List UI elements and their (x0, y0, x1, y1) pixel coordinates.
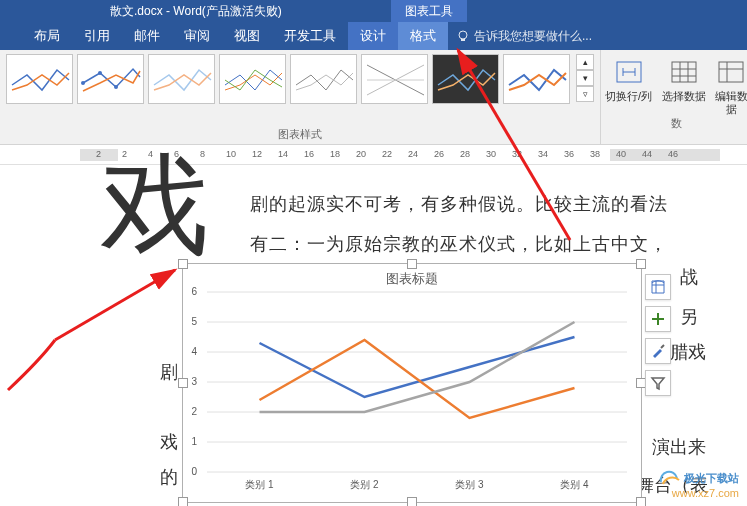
tab-view[interactable]: 视图 (222, 22, 272, 50)
chart-elements-button[interactable] (645, 306, 671, 332)
chart-style-thumb-7[interactable] (432, 54, 499, 104)
chart-tools-context-tab: 图表工具 (391, 0, 467, 22)
table-icon (668, 56, 700, 88)
svg-point-3 (98, 71, 102, 75)
svg-point-0 (459, 31, 467, 39)
title-bar: 散文.docx - Word(产品激活失败) 图表工具 (0, 0, 747, 22)
funnel-icon (650, 375, 666, 391)
chart-style-thumb-8[interactable] (503, 54, 570, 104)
svg-rect-9 (672, 62, 696, 82)
svg-point-4 (114, 85, 118, 89)
svg-rect-14 (719, 62, 743, 82)
brush-icon (650, 343, 666, 359)
chart-style-thumb-2[interactable] (77, 54, 144, 104)
svg-text:类别 2: 类别 2 (350, 479, 379, 490)
svg-rect-1 (461, 39, 465, 41)
chevron-up-icon: ▴ (583, 57, 588, 67)
svg-text:4: 4 (191, 346, 197, 357)
svg-text:3: 3 (191, 376, 197, 387)
swap-row-col-button[interactable]: 切换行/列 (601, 50, 656, 116)
gallery-down-button[interactable]: ▾ (576, 70, 594, 86)
paragraph-text: 剧的起源实不可考，有多种假说。比较主流的看法 有二：一为原始宗教的巫术仪式，比如… (250, 185, 707, 264)
layout-options-icon (650, 279, 666, 295)
gallery-up-button[interactable]: ▴ (576, 54, 594, 70)
chevron-down-icon: ▾ (583, 73, 588, 83)
resize-handle-bl[interactable] (178, 497, 188, 506)
plus-icon (650, 311, 666, 327)
watermark: 极光下载站 www.xz7.com (659, 470, 739, 500)
layout-options-button[interactable] (645, 274, 671, 300)
svg-text:6: 6 (191, 286, 197, 297)
drop-cap: 戏 (100, 151, 210, 261)
resize-handle-br[interactable] (636, 497, 646, 506)
tab-references[interactable]: 引用 (72, 22, 122, 50)
document-area: 戏 剧的起源实不可考，有多种假说。比较主流的看法 有二：一为原始宗教的巫术仪式，… (0, 165, 747, 506)
gallery-more-button[interactable]: ▿ (576, 86, 594, 102)
tab-dev-tools[interactable]: 开发工具 (272, 22, 348, 50)
svg-text:0: 0 (191, 466, 197, 477)
ribbon-tabs: 布局 引用 邮件 审阅 视图 开发工具 设计 格式 告诉我您想要做什么... (0, 22, 747, 50)
edit-data-button[interactable]: 编辑数据 (711, 50, 747, 116)
resize-handle-tr[interactable] (636, 259, 646, 269)
chart-style-thumb-4[interactable] (219, 54, 286, 104)
more-icon: ▿ (583, 89, 588, 99)
svg-text:5: 5 (191, 316, 197, 327)
chart-styles-group: ▴ ▾ ▿ 图表样式 (0, 50, 600, 144)
chart-style-thumb-6[interactable] (361, 54, 428, 104)
svg-text:1: 1 (191, 436, 197, 447)
svg-text:类别 1: 类别 1 (245, 479, 274, 490)
data-group: 切换行/列 选择数据 编辑数据 数 (600, 50, 747, 144)
document-title: 散文.docx - Word(产品激活失败) (110, 3, 282, 20)
switch-icon (613, 56, 645, 88)
lightbulb-icon (456, 29, 470, 43)
svg-rect-18 (610, 149, 720, 161)
tell-me-search[interactable]: 告诉我您想要做什么... (456, 28, 592, 45)
edit-data-icon (715, 56, 747, 88)
chart-styles-group-label: 图表样式 (6, 127, 594, 144)
svg-point-2 (81, 81, 85, 85)
ribbon-content: ▴ ▾ ▿ 图表样式 切换行/列 选择数据 编辑数据 数 (0, 50, 747, 145)
tab-layout[interactable]: 布局 (22, 22, 72, 50)
chart-style-thumb-3[interactable] (148, 54, 215, 104)
svg-text:类别 3: 类别 3 (455, 479, 484, 490)
resize-handle-bc[interactable] (407, 497, 417, 506)
tab-design[interactable]: 设计 (348, 22, 398, 50)
chart-title[interactable]: 图表标题 (183, 270, 641, 288)
logo-icon (659, 470, 681, 486)
chart-style-thumb-1[interactable] (6, 54, 73, 104)
resize-handle-ml[interactable] (178, 378, 188, 388)
resize-handle-tl[interactable] (178, 259, 188, 269)
select-data-button[interactable]: 选择数据 (656, 50, 711, 116)
tab-review[interactable]: 审阅 (172, 22, 222, 50)
embedded-chart[interactable]: 图表标题 0123456类别 1类别 2类别 3类别 4 (182, 263, 642, 503)
chart-plot-area[interactable]: 0123456类别 1类别 2类别 3类别 4 (207, 292, 627, 472)
svg-text:类别 4: 类别 4 (560, 479, 589, 490)
resize-handle-tc[interactable] (407, 259, 417, 269)
svg-text:2: 2 (191, 406, 197, 417)
chart-filters-button[interactable] (645, 370, 671, 396)
tab-format[interactable]: 格式 (398, 22, 448, 50)
chart-style-thumb-5[interactable] (290, 54, 357, 104)
chart-styles-button[interactable] (645, 338, 671, 364)
tab-mailings[interactable]: 邮件 (122, 22, 172, 50)
